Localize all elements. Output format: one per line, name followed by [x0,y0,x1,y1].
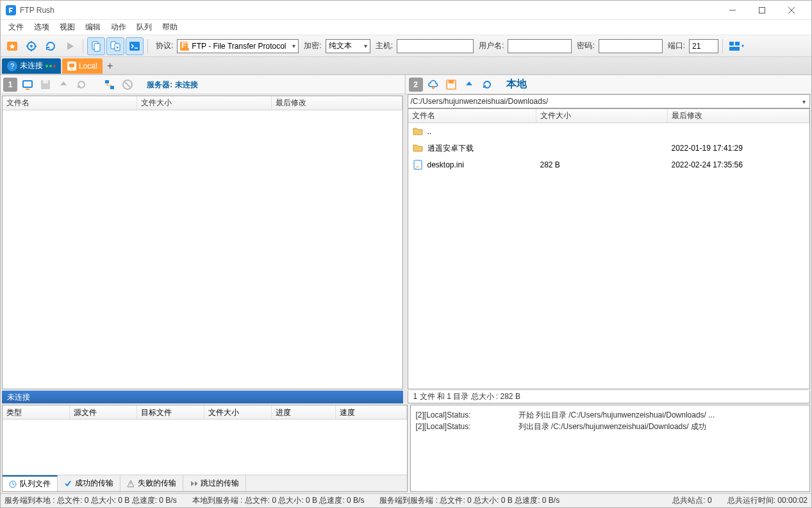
list-item[interactable]: desktop.ini282 B2022-02-24 17:35:56 [408,157,810,173]
menu-file[interactable]: 文件 [3,20,29,35]
favorites-button[interactable] [3,37,21,55]
qcol-speed[interactable]: 速度 [336,405,407,419]
svg-rect-27 [43,80,48,83]
cloud-icon[interactable] [426,77,441,92]
col-size[interactable]: 文件大小 [536,109,668,123]
copy-button[interactable] [87,37,105,55]
menu-view[interactable]: 视图 [54,20,80,35]
right-list-body[interactable]: ..逍遥安卓下载2022-01-19 17:41:29desktop.ini28… [408,123,810,389]
log-box[interactable]: [2][Local]Status:开始 列出目录 /C:/Users/hujun… [410,405,811,492]
qtab-failed[interactable]: 失败的传输 [120,475,183,491]
skip-icon [190,480,197,487]
statusbar: 服务端到本地 : 总文件: 0 总大小: 0 B 总速度: 0 B/s 本地到服… [1,493,811,507]
qcol-src[interactable]: 源文件 [70,405,137,419]
monitor-icon [67,62,76,71]
bottom-area: 类型 源文件 目标文件 文件大小 进度 速度 队列文件 成功的传输 失败的传输 … [1,403,811,493]
right-pane-title: 本地 [506,78,527,91]
status-dots-icon [46,65,56,67]
list-item[interactable]: .. [408,123,810,140]
svg-rect-28 [105,80,109,83]
check-icon [64,480,72,487]
password-input[interactable] [599,39,663,53]
menu-queue[interactable]: 队列 [131,20,157,35]
toolbar: 协议: FTP FTP - File Transfer Protocol 加密:… [1,35,811,57]
qcol-size[interactable]: 文件大小 [204,405,272,419]
user-label: 用户名: [479,40,504,51]
minimize-button[interactable] [718,1,747,20]
close-button[interactable] [777,1,806,20]
play-button[interactable] [61,37,79,55]
svg-rect-2 [759,7,765,13]
network-icon[interactable] [102,77,117,92]
svg-rect-29 [110,86,114,89]
left-pane-header: 1 服务器: 未连接 [1,75,406,94]
encrypt-select[interactable]: 纯文本 [326,39,370,53]
list-item[interactable]: 逍遥安卓下载2022-01-19 17:41:29 [408,140,810,157]
port-label: 端口: [668,40,685,51]
host-label: 主机: [376,40,393,51]
protocol-value: FTP - File Transfer Protocol [192,42,286,51]
menu-options[interactable]: 选项 [29,20,54,35]
qcol-prog[interactable]: 进度 [272,405,336,419]
col-mod[interactable]: 最后修改 [668,109,810,123]
toolbar-sep [722,39,723,53]
menu-help[interactable]: 帮助 [157,20,183,35]
svg-point-7 [30,45,33,47]
up-icon[interactable] [461,77,477,92]
pwd-label: 密码: [577,40,594,51]
reload-icon[interactable] [479,77,495,92]
user-input[interactable] [508,39,572,53]
up-icon[interactable] [56,77,71,92]
menu-edit[interactable]: 编辑 [80,20,106,35]
help-icon: ? [7,61,17,71]
col-size[interactable]: 文件大小 [137,96,272,110]
svg-point-32 [432,87,435,89]
col-mod[interactable]: 最后修改 [272,96,402,110]
protocol-label: 协议: [156,40,173,51]
host-input[interactable] [397,39,474,53]
sync-button[interactable] [106,37,124,55]
tab-not-connected[interactable]: ? 未连接 [2,58,61,74]
pane-number-2: 2 [409,78,423,92]
log-line: [2][Local]Status:列出目录 /C:/Users/hujunwen… [416,421,805,432]
encrypt-label: 加密: [304,40,321,51]
tabstrip: ? 未连接 Local + [1,57,811,75]
qtab-queue[interactable]: 队列文件 [3,475,58,491]
svg-rect-21 [729,47,740,51]
settings-button[interactable] [22,37,40,55]
left-status: 未连接 [2,391,403,403]
svg-rect-13 [94,44,100,51]
qcol-dst[interactable]: 目标文件 [137,405,204,419]
col-name[interactable]: 文件名 [408,109,536,123]
left-pane: 文件名 文件大小 最后修改 未连接 [1,94,406,403]
tab-local[interactable]: Local [62,58,103,74]
reload-icon[interactable] [74,77,89,92]
toolbar-sep [83,39,83,53]
monitor-icon[interactable] [20,77,35,92]
terminal-button[interactable] [126,37,144,55]
save-icon[interactable] [443,77,459,92]
menu-action[interactable]: 动作 [106,20,131,35]
left-list-body[interactable] [3,110,402,389]
svg-rect-19 [729,42,734,46]
protocol-select[interactable]: FTP FTP - File Transfer Protocol [177,39,299,53]
svg-rect-22 [69,64,74,67]
svg-rect-35 [414,160,422,169]
refresh-button[interactable] [42,37,60,55]
qtab-success[interactable]: 成功的传输 [58,475,120,491]
status-l2s: 本地到服务端 : 总文件: 0 总大小: 0 B 总速度: 0 B/s [192,495,365,506]
layout-button[interactable]: ▾ [727,37,745,55]
qcol-type[interactable]: 类型 [3,405,70,419]
queue-list[interactable] [3,419,407,475]
cancel-icon[interactable] [120,77,135,92]
path-input[interactable]: /C:/Users/hujunwenzeishuai/Downloads/ [408,94,811,108]
maximize-button[interactable] [747,1,777,20]
add-tab-button[interactable]: + [104,60,117,72]
save-icon[interactable] [38,77,53,92]
svg-rect-24 [23,81,32,87]
port-input[interactable] [689,39,718,53]
right-summary: 1 文件 和 1 目录 总大小 : 282 B [408,391,811,403]
qtab-skipped[interactable]: 跳过的传输 [183,475,246,491]
right-list-header: 文件名 文件大小 最后修改 [408,109,810,123]
col-name[interactable]: 文件名 [3,96,137,110]
